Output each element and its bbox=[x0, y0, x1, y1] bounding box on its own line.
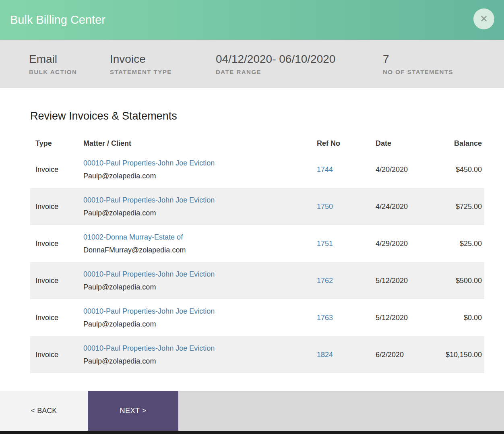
cell-matter-client: 00010-Paul Properties-John Joe Eviction … bbox=[83, 194, 317, 219]
client-email: Paulp@zolapedia.com bbox=[83, 169, 317, 182]
table-header-row: Type Matter / Client Ref No Date Balance bbox=[30, 136, 484, 151]
cell-date: 6/2/2020 bbox=[376, 351, 436, 359]
matter-link[interactable]: 00010-Paul Properties-John Joe Eviction bbox=[83, 196, 215, 204]
cell-type: Invoice bbox=[35, 240, 83, 248]
cell-date: 5/12/2020 bbox=[376, 314, 436, 322]
back-button[interactable]: < BACK bbox=[0, 391, 88, 431]
ref-no-link[interactable]: 1824 bbox=[317, 351, 333, 359]
col-header-matter-client: Matter / Client bbox=[83, 139, 317, 148]
matter-link[interactable]: 00010-Paul Properties-John Joe Eviction bbox=[83, 159, 215, 167]
bulk-billing-modal: Bulk Billing Center ✕ Email BULK ACTION … bbox=[0, 0, 504, 434]
close-button[interactable]: ✕ bbox=[473, 8, 494, 29]
ref-no-link[interactable]: 1763 bbox=[317, 314, 333, 322]
col-header-type: Type bbox=[35, 139, 83, 148]
ref-no-link[interactable]: 1762 bbox=[317, 277, 333, 285]
cell-date: 4/29/2020 bbox=[376, 240, 436, 248]
date-range-value: 04/12/2020- 06/10/2020 bbox=[216, 53, 383, 66]
col-header-ref-no: Ref No bbox=[317, 139, 376, 148]
cell-ref-no: 1824 bbox=[317, 351, 376, 359]
table-row: Invoice 01002-Donna Murray-Estate of Don… bbox=[30, 225, 484, 262]
cell-type: Invoice bbox=[35, 165, 83, 174]
next-button[interactable]: NEXT > bbox=[88, 391, 178, 431]
client-email: Paulp@zolapedia.com bbox=[83, 318, 317, 331]
statement-count-label: NO OF STATEMENTS bbox=[383, 68, 453, 75]
cell-balance: $500.00 bbox=[436, 277, 482, 285]
cell-date: 4/24/2020 bbox=[376, 203, 436, 211]
modal-footer: < BACK NEXT > bbox=[0, 391, 504, 431]
matter-link[interactable]: 00010-Paul Properties-John Joe Eviction bbox=[83, 270, 215, 278]
cell-ref-no: 1751 bbox=[317, 240, 376, 248]
cell-matter-client: 01002-Donna Murray-Estate of DonnaFMurra… bbox=[83, 231, 317, 256]
client-email: Paulp@zolapedia.com bbox=[83, 355, 317, 368]
table-row: Invoice 00010-Paul Properties-John Joe E… bbox=[30, 188, 484, 225]
review-section: Review Invoices & Statements Type Matter… bbox=[0, 88, 504, 391]
cell-ref-no: 1750 bbox=[317, 203, 376, 211]
table-row: Invoice 00010-Paul Properties-John Joe E… bbox=[30, 262, 484, 299]
cell-balance: $0.00 bbox=[436, 314, 482, 322]
ref-no-link[interactable]: 1750 bbox=[317, 203, 333, 211]
statement-count-value: 7 bbox=[383, 53, 453, 66]
col-header-balance: Balance bbox=[436, 139, 482, 148]
cell-ref-no: 1762 bbox=[317, 277, 376, 285]
modal-header: Bulk Billing Center ✕ bbox=[0, 0, 504, 40]
ref-no-link[interactable]: 1751 bbox=[317, 240, 333, 248]
footer-filler bbox=[178, 391, 504, 431]
cell-date: 4/20/2020 bbox=[376, 165, 436, 174]
cell-ref-no: 1744 bbox=[317, 165, 376, 174]
close-icon: ✕ bbox=[480, 14, 488, 24]
ref-no-link[interactable]: 1744 bbox=[317, 165, 333, 174]
cell-type: Invoice bbox=[35, 351, 83, 359]
client-email: Paulp@zolapedia.com bbox=[83, 207, 317, 219]
modal-title: Bulk Billing Center bbox=[10, 13, 105, 27]
cell-balance: $450.00 bbox=[436, 165, 482, 174]
cell-type: Invoice bbox=[35, 277, 83, 285]
cell-balance: $25.00 bbox=[436, 240, 482, 248]
invoices-table: Type Matter / Client Ref No Date Balance… bbox=[30, 136, 484, 373]
matter-link[interactable]: 01002-Donna Murray-Estate of bbox=[83, 233, 183, 241]
cell-matter-client: 00010-Paul Properties-John Joe Eviction … bbox=[83, 268, 317, 293]
statement-type-value: Invoice bbox=[110, 53, 216, 66]
cell-matter-client: 00010-Paul Properties-John Joe Eviction … bbox=[83, 342, 317, 368]
cell-balance: $725.00 bbox=[436, 203, 482, 211]
bulk-action-label: BULK ACTION bbox=[29, 68, 110, 75]
summary-bulk-action: Email BULK ACTION bbox=[29, 53, 110, 75]
date-range-label: DATE RANGE bbox=[216, 68, 383, 75]
cell-type: Invoice bbox=[35, 203, 83, 211]
col-header-date: Date bbox=[376, 139, 436, 148]
page-title: Review Invoices & Statements bbox=[30, 109, 484, 123]
matter-link[interactable]: 00010-Paul Properties-John Joe Eviction bbox=[83, 344, 215, 352]
table-row: Invoice 00010-Paul Properties-John Joe E… bbox=[30, 299, 484, 336]
cell-balance: $10,150.00 bbox=[436, 351, 482, 359]
cell-date: 5/12/2020 bbox=[376, 277, 436, 285]
summary-bar: Email BULK ACTION Invoice STATEMENT TYPE… bbox=[0, 40, 504, 88]
cell-ref-no: 1763 bbox=[317, 314, 376, 322]
cell-matter-client: 00010-Paul Properties-John Joe Eviction … bbox=[83, 305, 317, 331]
summary-date-range: 04/12/2020- 06/10/2020 DATE RANGE bbox=[216, 53, 383, 75]
underlying-page-strip bbox=[0, 431, 504, 434]
matter-link[interactable]: 00010-Paul Properties-John Joe Eviction bbox=[83, 307, 215, 315]
table-row: Invoice 00010-Paul Properties-John Joe E… bbox=[30, 151, 484, 188]
summary-statement-type: Invoice STATEMENT TYPE bbox=[110, 53, 216, 75]
client-email: Paulp@zolapedia.com bbox=[83, 281, 317, 293]
summary-statement-count: 7 NO OF STATEMENTS bbox=[383, 53, 453, 75]
statement-type-label: STATEMENT TYPE bbox=[110, 68, 216, 75]
bulk-action-value: Email bbox=[29, 53, 110, 66]
cell-type: Invoice bbox=[35, 314, 83, 322]
table-row: Invoice 00010-Paul Properties-John Joe E… bbox=[30, 336, 484, 373]
cell-matter-client: 00010-Paul Properties-John Joe Eviction … bbox=[83, 157, 317, 182]
client-email: DonnaFMurray@zolapedia.com bbox=[83, 244, 317, 256]
